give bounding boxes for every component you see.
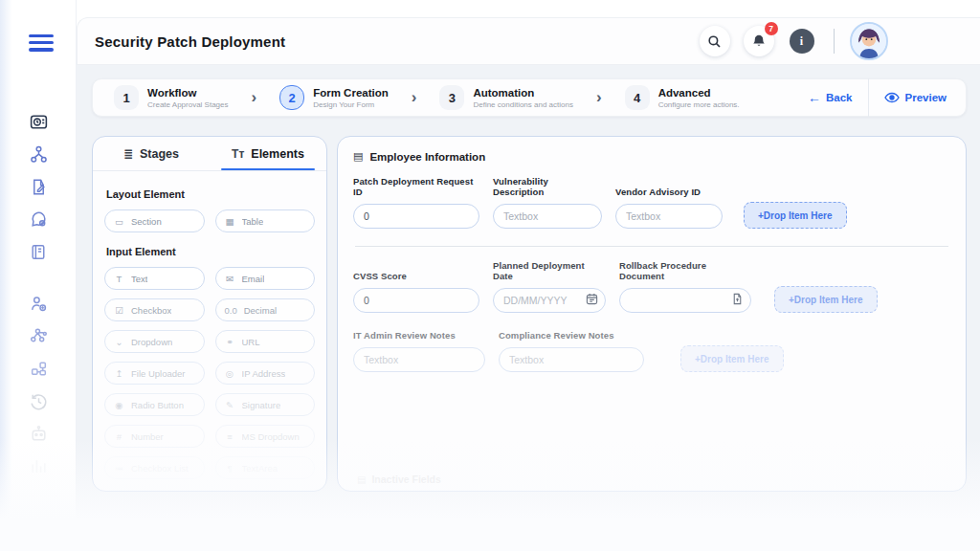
chevron-right-icon: › [596,88,602,107]
dropdown-icon: ⌄ [114,337,124,347]
chevron-right-icon: › [252,88,257,107]
tab-stages[interactable]: ≣ Stages [93,137,210,170]
step-number: 3 [439,85,464,110]
form-canvas: ▤ Employee Information Patch Deployment … [337,136,967,492]
cvss-score-input[interactable] [353,288,479,313]
inactive-fields-label: Inactive Fields [371,474,440,485]
preview-button[interactable]: Preview [869,79,966,116]
bot-icon[interactable] [24,419,53,448]
back-label: Back [826,92,853,103]
back-arrow-icon: ← [808,90,821,105]
ms-dropdown-icon: ≡ [225,431,235,442]
element-section[interactable]: ▭ Section [104,209,205,232]
user-settings-icon[interactable] [24,289,53,318]
step-number: 1 [114,85,139,110]
field-cvss-score: CVSS Score [353,271,479,313]
element-dropdown[interactable]: ⌄ Dropdown [104,330,205,353]
form-section-title: Employee Information [369,151,485,163]
modules-icon[interactable] [24,354,53,383]
element-signature[interactable]: ✎ Signature [215,393,316,416]
element-radio-button[interactable]: ◉ Radio Button [104,393,205,416]
file-upload-icon[interactable] [731,292,744,309]
element-file-uploader[interactable]: ↥ File Uploader [104,362,205,385]
topbar-divider [834,29,835,54]
bell-icon [751,33,767,49]
step-number: 4 [625,85,650,110]
drop-zone-3[interactable]: +Drop Item Here [680,345,784,372]
workflow-icon[interactable] [24,140,53,168]
topbar: Security Patch Deployment 7 i [77,17,980,65]
history-icon[interactable] [24,386,53,415]
field-patch-deployment-request-id: Patch Deployment Request ID [353,176,479,229]
step-subtitle: Create Approval Stages [147,100,229,109]
element-text[interactable]: T Text [104,267,205,290]
typography-icon: Tт [232,147,244,161]
element-ms-dropdown[interactable]: ≡ MS Dropdown [215,425,316,448]
chevron-right-icon: › [412,88,417,107]
page-title: Security Patch Deployment [95,33,285,50]
compliance-notes-input[interactable] [499,347,644,372]
notifications-button[interactable]: 7 [744,26,774,56]
step-title: Automation [473,87,573,99]
element-email[interactable]: ✉ Email [215,267,316,290]
elements-panel: ≣ Stages Tт Elements Layout Element ▭ Se… [92,136,327,492]
back-button[interactable]: ← Back [808,90,853,105]
patch-request-id-input[interactable] [353,204,479,229]
input-element-heading: Input Element [106,246,315,257]
drop-zone-2[interactable]: +Drop Item Here [774,286,878,313]
inactive-fields-section: ▤ Inactive Fields [357,474,950,485]
stages-icon: ≣ [123,147,133,161]
menu-toggle-icon[interactable] [29,34,54,54]
it-admin-notes-input[interactable] [353,347,485,372]
tab-label: Stages [140,147,179,161]
step-title: Workflow [147,87,229,99]
step-subtitle: Configure more actions. [658,100,740,109]
step-form-creation[interactable]: 2 Form Creation Design Your Form [279,85,389,110]
field-planned-deployment-date: Planned Deployment Date [493,260,606,313]
workflow-stepper: 1 Workflow Create Approval Stages › 2 Fo… [92,78,967,117]
form-edit-icon[interactable] [24,172,53,201]
number-icon: # [114,431,124,442]
link-icon: ⚭ [225,337,235,347]
element-url[interactable]: ⚭ URL [215,330,316,353]
table-icon: ▦ [225,216,235,227]
chat-settings-icon[interactable] [24,205,53,233]
search-button[interactable] [700,26,730,56]
field-vendor-advisory-id: Vendor Advisory ID [615,187,723,229]
checkbox-icon: ☑ [114,305,124,316]
content-area: 1 Workflow Create Approval Stages › 2 Fo… [77,65,980,551]
checkbox-list-icon: ≔ [114,463,124,474]
notification-badge: 7 [765,22,778,35]
element-checkbox-list[interactable]: ≔ Checkbox List [104,456,205,479]
info-button[interactable]: i [790,29,814,54]
inactive-fields-icon: ▤ [357,474,366,485]
step-title: Advanced [658,87,740,99]
vulnerability-description-input[interactable] [493,204,602,229]
element-checkbox[interactable]: ☑ Checkbox [104,298,205,321]
step-automation[interactable]: 3 Automation Define conditions and actio… [439,85,573,110]
reports-icon[interactable] [24,452,53,480]
sidebar-nav [0,107,77,484]
records-icon[interactable] [24,237,53,266]
user-avatar[interactable] [850,22,888,60]
text-icon: T [114,274,124,284]
network-icon[interactable] [24,321,53,350]
calendar-icon[interactable] [586,292,598,309]
element-ip-address[interactable]: ◎ IP Address [215,362,316,385]
step-title: Form Creation [313,87,389,99]
tab-elements[interactable]: Tт Elements [210,137,326,170]
form-row-1: Patch Deployment Request ID Vulnerabilit… [353,176,950,229]
textarea-icon: ¶ [225,463,235,474]
element-number[interactable]: # Number [104,425,205,448]
element-decimal[interactable]: 0.0 Decimal [215,298,316,321]
dashboard-icon[interactable] [24,107,53,136]
element-table[interactable]: ▦ Table [215,209,316,232]
vendor-advisory-id-input[interactable] [615,204,723,229]
step-workflow[interactable]: 1 Workflow Create Approval Stages [114,85,229,110]
drop-zone-1[interactable]: +Drop Item Here [744,202,847,229]
element-textarea[interactable]: ¶ TextArea [215,456,316,479]
step-advanced[interactable]: 4 Advanced Configure more actions. [625,85,740,110]
layout-element-heading: Layout Element [106,188,315,200]
upload-icon: ↥ [114,368,124,379]
preview-label: Preview [905,92,947,103]
